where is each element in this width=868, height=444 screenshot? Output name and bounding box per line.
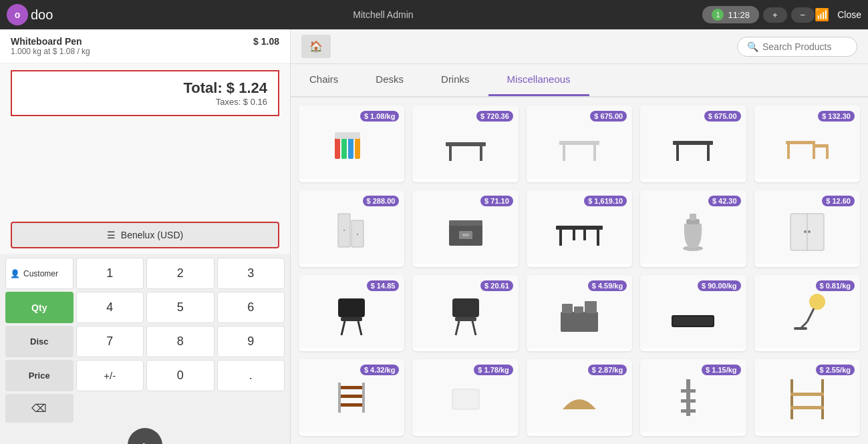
product-storage-box[interactable]: $ 71.10 Storage Box [412,190,518,267]
key-dot[interactable]: . [217,360,285,391]
product-desk-pad[interactable]: $ 90.00/kg Desk Pad [640,275,746,352]
product-desk-custom-black[interactable]: $ 675.00 Customizable Desk (Custom, Blac… [640,105,746,182]
search-input[interactable] [762,41,847,52]
product-cabinet-doors[interactable]: $ 12.60 Cabinet with Doors [754,190,860,267]
svg-rect-43 [452,298,479,317]
remove-tab-button[interactable]: − [791,7,815,23]
svg-rect-50 [585,301,597,313]
disc-button[interactable]: Disc [5,326,74,357]
product-name: Large Cabinet [299,264,404,267]
svg-rect-60 [338,383,341,413]
product-name: Desk Pad [640,349,746,352]
svg-rect-2 [348,136,353,159]
product-pedal-bin[interactable]: $ 42.30 Pedal Bin [640,190,746,267]
product-18[interactable]: $ 2.87/kg [527,359,632,436]
key-6[interactable]: 6 [217,292,285,323]
product-name [412,433,518,436]
product-large-desk[interactable]: $ 1,619.10 Large Desk [527,190,632,267]
svg-rect-16 [787,144,790,159]
svg-rect-65 [681,399,696,403]
product-16[interactable]: $ 4.32/kg [299,359,404,436]
product-name [299,433,404,436]
key-3[interactable]: 3 [217,258,285,289]
customer-button[interactable]: 👤 Customer [5,258,74,289]
product-desk-custom-white[interactable]: $ 675.00 Customizable Desk (Custom, Whit… [527,105,632,182]
product-desk-organizer[interactable]: $ 4.59/kg Desk Organizer [527,275,632,352]
product-desk-alu-black[interactable]: $ 720.36 Customizable Desk (Aluminium, B… [412,105,518,182]
svg-rect-1 [341,136,347,159]
key-8[interactable]: 8 [146,326,214,357]
payment-section: › Payment [5,428,285,444]
product-led-lamp[interactable]: $ 0.81/kg LED Lamp [754,275,860,352]
svg-rect-52 [673,316,713,326]
svg-rect-18 [826,148,829,159]
svg-rect-29 [597,230,599,246]
svg-rect-67 [790,379,793,419]
svg-rect-12 [676,145,679,161]
add-tab-button[interactable]: + [763,7,787,23]
key-7[interactable]: 7 [76,326,144,357]
pricelist-label: Benelux (USD) [121,230,183,240]
order-item-detail: 1.000 kg at $ 1.08 / kg [11,47,90,56]
search-box[interactable]: 🔍 [737,37,857,57]
category-miscellaneous[interactable]: Miscellaneous [488,64,589,96]
product-20[interactable]: $ 2.55/kg [754,359,860,436]
product-19[interactable]: $ 1.15/kg [640,359,746,436]
category-drinks[interactable]: Drinks [422,64,488,96]
product-17[interactable]: $ 1.78/kg [412,359,518,436]
product-name: Pedal Bin [640,264,746,267]
home-button[interactable]: 🏠 [301,35,331,58]
category-desks[interactable]: Desks [357,64,422,96]
key-1[interactable]: 1 [76,258,144,289]
key-5[interactable]: 5 [146,292,214,323]
sign-button[interactable]: +/- [76,360,144,391]
key-4[interactable]: 4 [76,292,144,323]
price-badge: $ 720.36 [476,111,513,122]
svg-rect-40 [341,317,362,321]
svg-rect-62 [452,389,479,409]
close-button[interactable]: Close [837,9,861,20]
tab-time: 11:28 [728,10,750,20]
svg-rect-5 [446,142,486,146]
key-2[interactable]: 2 [146,258,214,289]
svg-rect-48 [562,304,573,313]
product-whiteboard-pen[interactable]: $ 1.08/kg Whiteboard Pen [299,105,404,182]
wifi-icon: 📶 [815,7,829,22]
price-badge: $ 12.60 [822,196,855,206]
svg-line-42 [358,321,361,335]
price-badge: $ 4.32/kg [360,365,399,375]
key-0[interactable]: 0 [146,360,214,391]
svg-rect-17 [813,148,815,159]
qty-button[interactable]: Qty [5,292,74,323]
svg-rect-9 [563,145,565,161]
svg-rect-13 [707,145,710,161]
product-chair-steel[interactable]: $ 14.85 Conference Chair (Steel) [299,275,404,352]
pricelist-button[interactable]: ☰ Benelux (USD) [11,222,279,248]
product-corner-desk[interactable]: $ 132.30 Corner Desk Right Sit [754,105,860,182]
right-panel: 🏠 🔍 Chairs Desks Drinks Miscellaneous $ … [291,29,868,444]
svg-rect-0 [335,136,340,159]
left-panel: Whiteboard Pen 1.000 kg at $ 1.08 / kg $… [0,29,291,444]
category-chairs[interactable]: Chairs [291,64,357,96]
tab-1[interactable]: 1 11:28 [702,6,759,23]
categories-bar: Chairs Desks Drinks Miscellaneous [291,64,868,97]
svg-point-37 [804,230,807,233]
search-icon: 🔍 [747,41,758,52]
price-badge: $ 2.87/kg [588,365,627,375]
svg-rect-26 [462,234,469,236]
price-button[interactable]: Price [5,360,74,391]
payment-button[interactable]: › [128,428,162,444]
price-badge: $ 71.10 [480,196,513,206]
svg-rect-10 [593,145,596,161]
order-item[interactable]: Whiteboard Pen 1.000 kg at $ 1.08 / kg $… [0,29,290,63]
product-name: Cabinet with Doors [754,264,860,267]
key-9[interactable]: 9 [217,326,285,357]
svg-rect-70 [790,406,824,409]
product-name: Large Desk [527,264,632,267]
backspace-button[interactable]: ⌫ [5,394,74,423]
product-name: Conference Chair (Aluminium) [412,349,518,352]
price-badge: $ 1.78/kg [474,365,513,375]
product-large-cabinet[interactable]: $ 288.00 Large Cabinet [299,190,404,267]
price-badge: $ 1.15/kg [702,365,740,375]
product-chair-aluminium[interactable]: $ 20.61 Conference Chair (Aluminium) [412,275,518,352]
